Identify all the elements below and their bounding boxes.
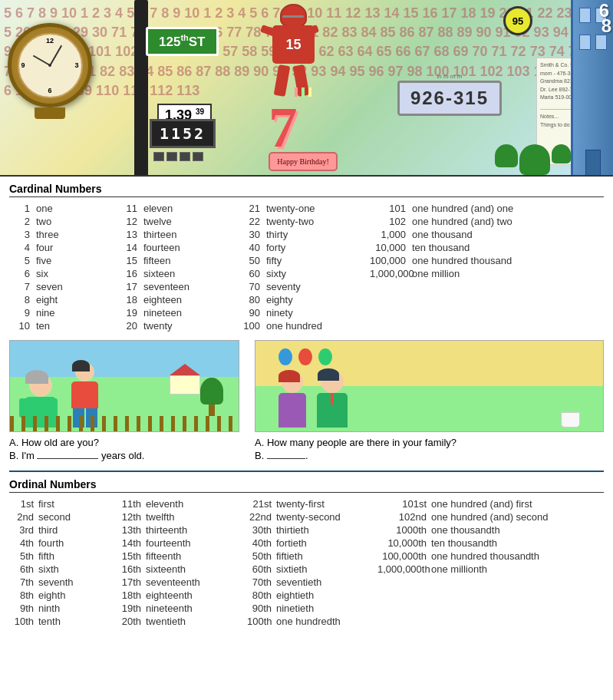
number-word: twenty-two — [266, 216, 314, 227]
number-word: fourteen — [143, 242, 180, 253]
number-digit: 10th — [9, 616, 38, 627]
number-digit: 1,000,000th — [377, 563, 431, 575]
number-digit: 40th — [247, 537, 276, 549]
number-word: six — [36, 268, 48, 279]
number-word: eightieth — [276, 589, 314, 601]
number-row: 101stone hundred (and) first — [377, 497, 585, 510]
qa-left: A. How old are you? B. I'm years old. — [9, 437, 239, 461]
number-digit: 22 — [239, 216, 266, 227]
number-row: 50fifty — [239, 254, 370, 267]
number-word: fiftieth — [276, 550, 303, 562]
number-word: sixtieth — [276, 563, 307, 575]
number-word: eight — [36, 294, 58, 305]
number-digit: 50 — [239, 255, 266, 266]
number-digit: 3 — [9, 229, 36, 240]
number-digit: 7th — [9, 576, 38, 588]
counter-squares — [153, 152, 203, 161]
number-row: 1000thone thousandth — [377, 523, 585, 537]
number-word: twenty-second — [276, 511, 341, 523]
number-digit: 21 — [239, 203, 266, 214]
number-word: ninety — [266, 307, 293, 319]
number-digit: 102 — [370, 216, 412, 227]
number-digit: 5th — [9, 550, 38, 562]
number-row: 1,000,000one million — [370, 267, 569, 280]
number-row: 30thirty — [239, 228, 370, 241]
number-word: fifth — [38, 550, 54, 562]
number-row: 15thfifteenth — [117, 550, 247, 563]
tree — [200, 378, 223, 416]
number-word: three — [36, 229, 59, 240]
number-row: 10ten — [9, 319, 117, 332]
number-word: nine — [36, 307, 55, 319]
number-digit: 13th — [117, 524, 146, 536]
number-word: seventieth — [276, 576, 321, 588]
cardinal-col4: 101one hundred (and) one102one hundred (… — [370, 202, 569, 332]
number-row: 11theleventh — [117, 497, 247, 510]
number-digit: 40 — [239, 242, 266, 253]
number-digit: 15th — [117, 550, 146, 562]
number-row: 10thtenth — [9, 615, 117, 628]
number-row: 8eight — [9, 293, 117, 306]
scene-right — [255, 340, 604, 432]
ordinal-grid: 1stfirst2ndsecond3rdthird4thfourth5thfif… — [9, 497, 604, 628]
number-word: eighteenth — [146, 589, 193, 601]
number-row: 12twelve — [117, 215, 239, 228]
number-word: seventeen — [143, 281, 190, 292]
speed-sign: 95 — [503, 6, 532, 35]
number-word: seventh — [38, 576, 74, 588]
number-row: 70seventy — [239, 280, 370, 293]
number-digit: 18 — [117, 294, 143, 305]
number-row: 17seventeen — [117, 280, 239, 293]
number-row: 19thnineteenth — [117, 602, 247, 615]
number-row: 5five — [9, 254, 117, 267]
number-digit: 8th — [9, 589, 38, 601]
number-word: third — [38, 524, 58, 536]
number-digit: 19 — [117, 307, 143, 319]
ordinal-col4: 101stone hundred (and) first102ndone hun… — [377, 497, 585, 628]
number-digit: 14th — [117, 537, 146, 549]
number-word: forty — [266, 242, 285, 253]
number-word: fourth — [38, 537, 64, 549]
number-digit: 20 — [117, 320, 143, 332]
qa-right: A. How many people are there in your fam… — [255, 437, 604, 461]
number-digit: 13 — [117, 229, 143, 240]
number-word: twelve — [143, 216, 172, 227]
number-digit: 22nd — [247, 511, 276, 523]
qa-left-b: B. I'm years old. — [9, 450, 239, 461]
number-digit: 80 — [239, 294, 266, 305]
number-digit: 6th — [9, 563, 38, 575]
number-row: 7seven — [9, 280, 117, 293]
number-digit: 2 — [9, 216, 36, 227]
number-row: 7thseventh — [9, 576, 117, 589]
age-blank — [37, 458, 98, 459]
birthday-7: 7 Happy Birthday! — [269, 88, 338, 171]
number-digit: 1000th — [377, 524, 431, 536]
ordinal-col3: 21sttwenty-first22ndtwenty-second30ththi… — [247, 497, 377, 628]
number-word: eighth — [38, 589, 65, 601]
number-digit: 14 — [117, 242, 143, 253]
clock-illustration: 12 6 3 9 — [8, 23, 92, 107]
number-row: 40thfortieth — [247, 537, 377, 550]
number-row: 22twenty-two — [239, 215, 370, 228]
number-word: twenty-first — [276, 498, 325, 510]
number-word: nineteen — [143, 307, 182, 319]
number-row: 14fourteen — [117, 241, 239, 254]
number-word: twenty — [143, 320, 173, 332]
number-row: 21sttwenty-first — [247, 497, 377, 510]
number-row: 8theighth — [9, 589, 117, 602]
number-row: 60sixty — [239, 267, 370, 280]
number-row: 6six — [9, 267, 117, 280]
number-word: one million — [412, 268, 460, 279]
qa-right-b: B. . — [255, 450, 604, 461]
number-digit: 30 — [239, 229, 266, 240]
number-word: thirty — [266, 229, 288, 240]
number-row: 13thirteen — [117, 228, 239, 241]
number-row: 100one hundred — [239, 319, 370, 332]
number-word: twenty-one — [266, 203, 315, 214]
number-digit: 101st — [377, 498, 431, 510]
number-word: one — [36, 203, 53, 214]
number-digit: 9th — [9, 603, 38, 614]
number-word: second — [38, 511, 71, 523]
number-row: 11eleven — [117, 202, 239, 215]
number-word: one hundred (and) one — [412, 203, 513, 214]
